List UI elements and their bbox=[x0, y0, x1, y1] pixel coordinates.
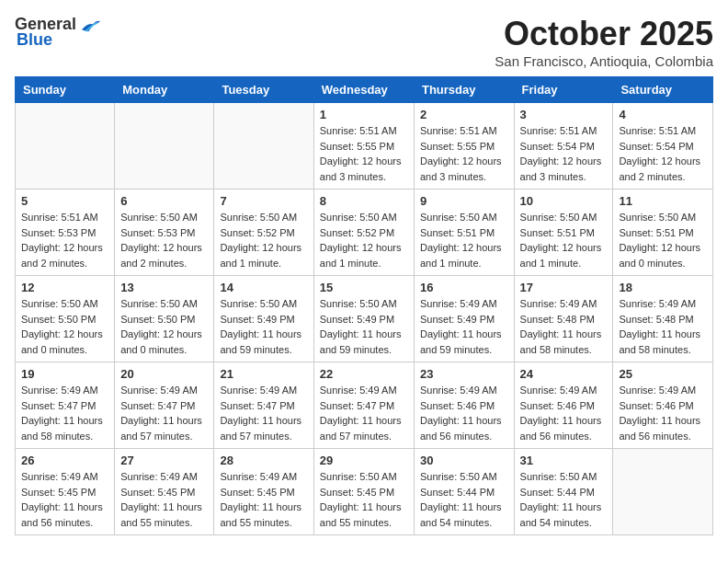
day-number: 22 bbox=[320, 367, 408, 381]
day-number: 31 bbox=[520, 454, 608, 467]
calendar-cell: 11Sunrise: 5:50 AMSunset: 5:51 PMDayligh… bbox=[613, 190, 713, 276]
day-number: 8 bbox=[320, 194, 408, 208]
day-header-tuesday: Tuesday bbox=[214, 77, 313, 103]
day-number: 20 bbox=[120, 367, 208, 381]
calendar-cell: 1Sunrise: 5:51 AMSunset: 5:55 PMDaylight… bbox=[313, 103, 414, 190]
day-detail: Sunrise: 5:51 AMSunset: 5:55 PMDaylight:… bbox=[420, 123, 508, 184]
day-detail: Sunrise: 5:49 AMSunset: 5:45 PMDaylight:… bbox=[120, 469, 208, 530]
calendar-cell: 9Sunrise: 5:50 AMSunset: 5:51 PMDaylight… bbox=[414, 190, 514, 276]
day-number: 25 bbox=[619, 367, 707, 381]
day-number: 9 bbox=[420, 194, 508, 208]
calendar-cell: 15Sunrise: 5:50 AMSunset: 5:49 PMDayligh… bbox=[313, 276, 414, 362]
title-area: October 2025 San Francisco, Antioquia, C… bbox=[495, 15, 713, 69]
calendar-cell: 19Sunrise: 5:49 AMSunset: 5:47 PMDayligh… bbox=[16, 362, 115, 449]
day-detail: Sunrise: 5:49 AMSunset: 5:46 PMDaylight:… bbox=[420, 383, 508, 443]
week-row-5: 26Sunrise: 5:49 AMSunset: 5:45 PMDayligh… bbox=[16, 449, 713, 535]
day-detail: Sunrise: 5:49 AMSunset: 5:46 PMDaylight:… bbox=[619, 383, 707, 443]
day-detail: Sunrise: 5:50 AMSunset: 5:49 PMDaylight:… bbox=[220, 296, 307, 357]
day-header-sunday: Sunday bbox=[16, 77, 115, 103]
calendar-cell: 17Sunrise: 5:49 AMSunset: 5:48 PMDayligh… bbox=[514, 276, 613, 362]
header: General Blue October 2025 San Francisco,… bbox=[15, 15, 713, 69]
day-number: 21 bbox=[220, 367, 307, 381]
calendar-cell: 4Sunrise: 5:51 AMSunset: 5:54 PMDaylight… bbox=[613, 103, 713, 190]
days-header-row: SundayMondayTuesdayWednesdayThursdayFrid… bbox=[16, 77, 713, 103]
logo-bird-icon bbox=[78, 16, 100, 34]
day-detail: Sunrise: 5:51 AMSunset: 5:53 PMDaylight:… bbox=[21, 210, 108, 270]
week-row-1: 1Sunrise: 5:51 AMSunset: 5:55 PMDaylight… bbox=[16, 103, 713, 190]
calendar-cell: 14Sunrise: 5:50 AMSunset: 5:49 PMDayligh… bbox=[214, 276, 313, 362]
day-number: 17 bbox=[520, 281, 608, 294]
day-detail: Sunrise: 5:49 AMSunset: 5:46 PMDaylight:… bbox=[520, 383, 608, 443]
calendar-cell: 5Sunrise: 5:51 AMSunset: 5:53 PMDaylight… bbox=[16, 190, 115, 276]
week-row-4: 19Sunrise: 5:49 AMSunset: 5:47 PMDayligh… bbox=[16, 362, 713, 449]
day-number: 5 bbox=[21, 194, 108, 208]
day-number: 30 bbox=[420, 454, 508, 467]
day-number: 11 bbox=[619, 194, 707, 208]
calendar-cell: 3Sunrise: 5:51 AMSunset: 5:54 PMDaylight… bbox=[514, 103, 613, 190]
day-number: 29 bbox=[320, 454, 408, 467]
day-number: 4 bbox=[619, 108, 707, 121]
day-number: 16 bbox=[420, 281, 508, 294]
day-detail: Sunrise: 5:50 AMSunset: 5:52 PMDaylight:… bbox=[320, 210, 408, 270]
calendar-cell: 22Sunrise: 5:49 AMSunset: 5:47 PMDayligh… bbox=[313, 362, 414, 449]
day-detail: Sunrise: 5:49 AMSunset: 5:49 PMDaylight:… bbox=[420, 296, 508, 357]
day-detail: Sunrise: 5:50 AMSunset: 5:51 PMDaylight:… bbox=[619, 210, 707, 270]
calendar-cell: 20Sunrise: 5:49 AMSunset: 5:47 PMDayligh… bbox=[115, 362, 214, 449]
calendar-cell: 7Sunrise: 5:50 AMSunset: 5:52 PMDaylight… bbox=[214, 190, 313, 276]
day-number: 7 bbox=[220, 194, 307, 208]
calendar-cell: 31Sunrise: 5:50 AMSunset: 5:44 PMDayligh… bbox=[514, 449, 613, 535]
location-title: San Francisco, Antioquia, Colombia bbox=[495, 53, 713, 69]
calendar-cell bbox=[613, 449, 713, 535]
day-detail: Sunrise: 5:50 AMSunset: 5:51 PMDaylight:… bbox=[420, 210, 508, 270]
calendar-cell: 16Sunrise: 5:49 AMSunset: 5:49 PMDayligh… bbox=[414, 276, 514, 362]
day-detail: Sunrise: 5:49 AMSunset: 5:45 PMDaylight:… bbox=[21, 469, 108, 530]
calendar-cell: 8Sunrise: 5:50 AMSunset: 5:52 PMDaylight… bbox=[313, 190, 414, 276]
day-number: 23 bbox=[420, 367, 508, 381]
day-header-saturday: Saturday bbox=[613, 77, 713, 103]
day-header-monday: Monday bbox=[115, 77, 214, 103]
calendar-cell: 12Sunrise: 5:50 AMSunset: 5:50 PMDayligh… bbox=[16, 276, 115, 362]
day-detail: Sunrise: 5:50 AMSunset: 5:50 PMDaylight:… bbox=[120, 296, 208, 357]
day-detail: Sunrise: 5:50 AMSunset: 5:50 PMDaylight:… bbox=[21, 296, 108, 357]
day-number: 6 bbox=[120, 194, 208, 208]
logo-blue-text: Blue bbox=[17, 30, 52, 50]
calendar-cell: 6Sunrise: 5:50 AMSunset: 5:53 PMDaylight… bbox=[115, 190, 214, 276]
calendar-cell: 21Sunrise: 5:49 AMSunset: 5:47 PMDayligh… bbox=[214, 362, 313, 449]
day-header-thursday: Thursday bbox=[414, 77, 514, 103]
calendar-cell bbox=[16, 103, 115, 190]
logo: General Blue bbox=[15, 15, 100, 50]
day-number: 24 bbox=[520, 367, 608, 381]
calendar-cell: 27Sunrise: 5:49 AMSunset: 5:45 PMDayligh… bbox=[115, 449, 214, 535]
day-detail: Sunrise: 5:50 AMSunset: 5:51 PMDaylight:… bbox=[520, 210, 608, 270]
calendar-cell bbox=[214, 103, 313, 190]
calendar-cell: 30Sunrise: 5:50 AMSunset: 5:44 PMDayligh… bbox=[414, 449, 514, 535]
week-row-3: 12Sunrise: 5:50 AMSunset: 5:50 PMDayligh… bbox=[16, 276, 713, 362]
calendar-cell: 13Sunrise: 5:50 AMSunset: 5:50 PMDayligh… bbox=[115, 276, 214, 362]
day-detail: Sunrise: 5:49 AMSunset: 5:47 PMDaylight:… bbox=[120, 383, 208, 443]
day-number: 3 bbox=[520, 108, 608, 121]
day-detail: Sunrise: 5:51 AMSunset: 5:54 PMDaylight:… bbox=[619, 123, 707, 184]
day-detail: Sunrise: 5:51 AMSunset: 5:55 PMDaylight:… bbox=[320, 123, 408, 184]
day-detail: Sunrise: 5:49 AMSunset: 5:47 PMDaylight:… bbox=[21, 383, 108, 443]
day-detail: Sunrise: 5:49 AMSunset: 5:48 PMDaylight:… bbox=[619, 296, 707, 357]
day-number: 27 bbox=[120, 454, 208, 467]
day-detail: Sunrise: 5:49 AMSunset: 5:45 PMDaylight:… bbox=[220, 469, 307, 530]
calendar-table: SundayMondayTuesdayWednesdayThursdayFrid… bbox=[15, 76, 713, 535]
calendar-cell: 28Sunrise: 5:49 AMSunset: 5:45 PMDayligh… bbox=[214, 449, 313, 535]
calendar-cell: 23Sunrise: 5:49 AMSunset: 5:46 PMDayligh… bbox=[414, 362, 514, 449]
day-number: 18 bbox=[619, 281, 707, 294]
day-detail: Sunrise: 5:50 AMSunset: 5:53 PMDaylight:… bbox=[120, 210, 208, 270]
day-detail: Sunrise: 5:49 AMSunset: 5:47 PMDaylight:… bbox=[220, 383, 307, 443]
day-number: 13 bbox=[120, 281, 208, 294]
day-number: 1 bbox=[320, 108, 408, 121]
day-detail: Sunrise: 5:49 AMSunset: 5:48 PMDaylight:… bbox=[520, 296, 608, 357]
calendar-cell: 24Sunrise: 5:49 AMSunset: 5:46 PMDayligh… bbox=[514, 362, 613, 449]
day-number: 14 bbox=[220, 281, 307, 294]
day-number: 2 bbox=[420, 108, 508, 121]
day-number: 26 bbox=[21, 454, 108, 467]
day-header-wednesday: Wednesday bbox=[313, 77, 414, 103]
month-title: October 2025 bbox=[495, 15, 713, 53]
week-row-2: 5Sunrise: 5:51 AMSunset: 5:53 PMDaylight… bbox=[16, 190, 713, 276]
day-number: 19 bbox=[21, 367, 108, 381]
calendar-cell: 10Sunrise: 5:50 AMSunset: 5:51 PMDayligh… bbox=[514, 190, 613, 276]
